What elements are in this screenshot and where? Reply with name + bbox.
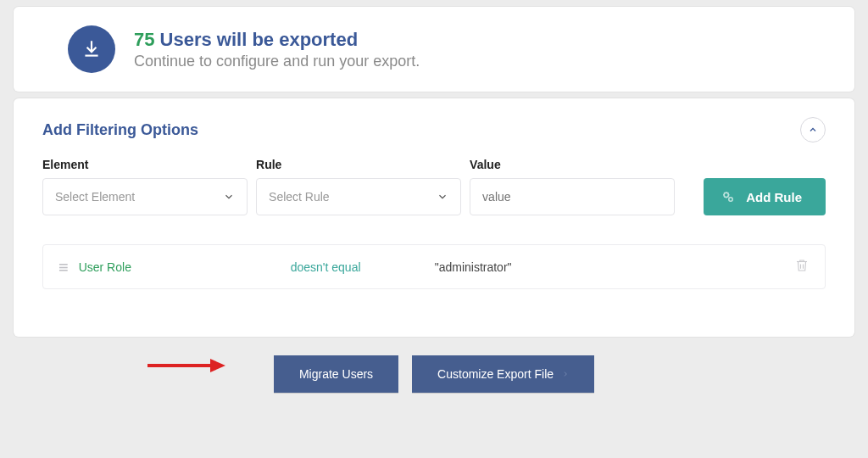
- element-select-placeholder: Select Element: [55, 190, 135, 204]
- filter-input-row: Element Select Element Rule Select Rule …: [42, 158, 826, 215]
- rule-field: Rule Select Rule: [256, 158, 461, 215]
- chevron-down-icon: [437, 191, 448, 203]
- chevron-right-icon: [562, 369, 569, 379]
- value-field: Value: [470, 158, 675, 215]
- rule-value: "administrator": [435, 260, 794, 274]
- element-select[interactable]: Select Element: [42, 178, 248, 215]
- filter-card: Add Filtering Options Element Select Ele…: [14, 98, 854, 337]
- download-icon: [68, 25, 115, 73]
- add-rule-label: Add Rule: [746, 190, 802, 204]
- element-field: Element Select Element: [42, 158, 248, 215]
- footer-actions: Migrate Users Customize Export File: [0, 344, 868, 405]
- rule-select[interactable]: Select Rule: [256, 178, 461, 215]
- drag-handle-icon[interactable]: ≡: [58, 264, 67, 271]
- filter-title: Add Filtering Options: [42, 121, 198, 139]
- rule-select-placeholder: Select Rule: [269, 190, 330, 204]
- export-count: 75: [134, 29, 154, 50]
- chevron-up-icon: [808, 125, 818, 135]
- filter-rule-row: ≡ User Role doesn't equal "administrator…: [42, 244, 826, 289]
- pointer-arrow-icon: [144, 357, 225, 374]
- export-summary-card: 75 Users will be exported Continue to co…: [14, 7, 854, 92]
- export-summary-subtitle: Continue to configure and run your expor…: [134, 53, 420, 70]
- export-title-rest: Users will be exported: [154, 29, 358, 50]
- add-rule-button[interactable]: Add Rule: [704, 178, 826, 215]
- gears-icon: [721, 189, 736, 204]
- svg-marker-3: [210, 359, 225, 372]
- collapse-button[interactable]: [800, 117, 826, 142]
- rule-element: User Role: [79, 260, 291, 274]
- customize-export-label: Customize Export File: [437, 367, 554, 381]
- chevron-down-icon: [223, 191, 235, 203]
- element-label: Element: [42, 158, 248, 171]
- migrate-users-label: Migrate Users: [299, 367, 373, 381]
- trash-icon: [794, 257, 810, 274]
- rule-label: Rule: [256, 158, 461, 171]
- svg-point-0: [724, 193, 728, 197]
- customize-export-button[interactable]: Customize Export File: [412, 355, 594, 393]
- export-summary-title: 75 Users will be exported: [134, 29, 420, 51]
- migrate-users-button[interactable]: Migrate Users: [274, 355, 398, 393]
- value-label: Value: [470, 158, 675, 171]
- rule-condition: doesn't equal: [291, 260, 435, 274]
- delete-rule-button[interactable]: [794, 257, 810, 276]
- value-input[interactable]: [470, 178, 675, 215]
- svg-point-1: [729, 198, 733, 202]
